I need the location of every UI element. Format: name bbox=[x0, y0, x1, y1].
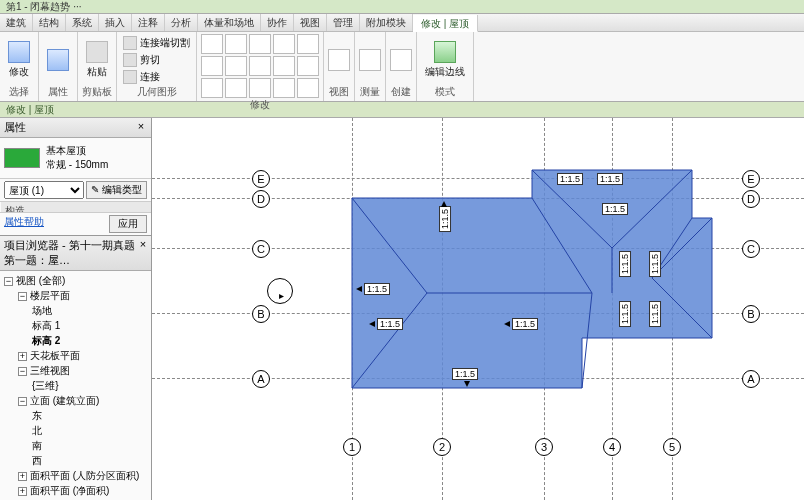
toggle-icon[interactable]: − bbox=[18, 367, 27, 376]
tab-architecture[interactable]: 建筑 bbox=[0, 14, 33, 31]
roof-swatch-icon bbox=[4, 148, 40, 168]
arrow-icon: ▴ bbox=[441, 196, 447, 210]
panel-view: 视图 bbox=[324, 32, 355, 101]
join-button[interactable]: 连接 bbox=[121, 69, 192, 85]
area-plans-node[interactable]: 面积平面 (人防分区面积) bbox=[30, 470, 139, 481]
edit-boundary-label: 编辑边线 bbox=[425, 65, 465, 79]
slope-tag[interactable]: 1:1.5 bbox=[377, 318, 403, 330]
align-icon[interactable] bbox=[201, 34, 223, 54]
properties-grid: 构造 椽截面 垂直截面 封檐板深度 0.0 最大屋脊高度 9080.3 尺寸标注… bbox=[0, 202, 151, 212]
family-name: 基本屋顶 bbox=[46, 144, 108, 158]
extend-icon[interactable] bbox=[273, 78, 295, 98]
drawing-canvas[interactable]: E D C B A E D C B A 1 2 3 4 5 1:1.5 ◂ 1:… bbox=[152, 118, 804, 500]
toggle-icon[interactable]: + bbox=[18, 472, 27, 481]
area-plans2-node[interactable]: 面积平面 (净面积) bbox=[30, 485, 109, 496]
panel-create: 创建 bbox=[386, 32, 417, 101]
create-icon[interactable] bbox=[390, 49, 412, 71]
grid-bubble-5: 5 bbox=[663, 438, 681, 456]
west-node[interactable]: 西 bbox=[4, 453, 147, 468]
copy-icon[interactable] bbox=[249, 34, 271, 54]
site-node[interactable]: 场地 bbox=[4, 303, 147, 318]
slope-tag[interactable]: 1:1.5 bbox=[649, 301, 661, 327]
type-selector[interactable]: 屋顶 (1) bbox=[4, 181, 84, 199]
toggle-icon[interactable]: + bbox=[18, 487, 27, 496]
scale-icon[interactable] bbox=[273, 56, 295, 76]
properties-button[interactable] bbox=[43, 47, 73, 73]
grid-bubble-c: C bbox=[252, 240, 270, 258]
project-browser-tree[interactable]: −视图 (全部) −楼层平面 场地 标高 1 标高 2 +天花板平面 −三维视图… bbox=[0, 271, 151, 500]
ceiling-plans-node[interactable]: 天花板平面 bbox=[30, 350, 80, 361]
east-node[interactable]: 东 bbox=[4, 408, 147, 423]
edit-type-button[interactable]: ✎ 编辑类型 bbox=[86, 181, 147, 199]
3d-node[interactable]: {三维} bbox=[4, 378, 147, 393]
corner-icon[interactable] bbox=[297, 78, 319, 98]
move-icon[interactable] bbox=[225, 34, 247, 54]
slope-tag[interactable]: 1:1.5 bbox=[619, 301, 631, 327]
slope-tag[interactable]: 1:1.5 bbox=[512, 318, 538, 330]
type-thumbnail[interactable]: 基本屋顶 常规 - 150mm bbox=[0, 138, 151, 179]
tab-analyze[interactable]: 分析 bbox=[165, 14, 198, 31]
grid-bubble-d-r: D bbox=[742, 190, 760, 208]
tab-addins[interactable]: 附加模块 bbox=[360, 14, 413, 31]
views-root[interactable]: 视图 (全部) bbox=[16, 275, 65, 286]
rotate-icon[interactable] bbox=[273, 34, 295, 54]
delete-icon[interactable] bbox=[249, 78, 271, 98]
measure-icon[interactable] bbox=[359, 49, 381, 71]
tab-annotate[interactable]: 注释 bbox=[132, 14, 165, 31]
level2-node[interactable]: 标高 2 bbox=[4, 333, 147, 348]
view-icon[interactable] bbox=[328, 49, 350, 71]
ribbon-tabs: 建筑 结构 系统 插入 注释 分析 体量和场地 协作 视图 管理 附加模块 修改… bbox=[0, 14, 804, 32]
split-icon[interactable] bbox=[225, 56, 247, 76]
toggle-icon[interactable]: − bbox=[18, 292, 27, 301]
slope-tag[interactable]: 1:1.5 bbox=[364, 283, 390, 295]
tab-massing[interactable]: 体量和场地 bbox=[198, 14, 261, 31]
tab-modify-roof[interactable]: 修改 | 屋顶 bbox=[413, 15, 478, 32]
panel-measure: 测量 bbox=[355, 32, 386, 101]
paste-button[interactable]: 粘贴 bbox=[82, 39, 112, 81]
offset-icon[interactable] bbox=[201, 78, 223, 98]
grid-bubble-e-r: E bbox=[742, 170, 760, 188]
trim-icon[interactable] bbox=[297, 34, 319, 54]
cut-button[interactable]: 剪切 bbox=[121, 52, 192, 68]
grid-bubble-a-r: A bbox=[742, 370, 760, 388]
panel-create-label: 创建 bbox=[390, 85, 412, 99]
tab-insert[interactable]: 插入 bbox=[99, 14, 132, 31]
apply-button[interactable]: 应用 bbox=[109, 215, 147, 233]
tab-collaborate[interactable]: 协作 bbox=[261, 14, 294, 31]
tab-view[interactable]: 视图 bbox=[294, 14, 327, 31]
north-node[interactable]: 北 bbox=[4, 423, 147, 438]
arrow-icon: ◂ bbox=[369, 316, 375, 330]
3d-views-node[interactable]: 三维视图 bbox=[30, 365, 70, 376]
elevations-node[interactable]: 立面 (建筑立面) bbox=[30, 395, 99, 406]
slope-tag[interactable]: 1:1.5 bbox=[557, 173, 583, 185]
close-icon[interactable]: × bbox=[135, 120, 147, 132]
grid-bubble-3: 3 bbox=[535, 438, 553, 456]
modify-button-label: 修改 bbox=[9, 65, 29, 79]
slope-tag[interactable]: 1:1.5 bbox=[649, 251, 661, 277]
mirror-icon[interactable] bbox=[201, 56, 223, 76]
pin-icon[interactable] bbox=[297, 56, 319, 76]
slope-tag[interactable]: 1:1.5 bbox=[619, 251, 631, 277]
tab-structure[interactable]: 结构 bbox=[33, 14, 66, 31]
edit-boundary-button[interactable]: 编辑边线 bbox=[421, 39, 469, 81]
modify-button[interactable]: 修改 bbox=[4, 39, 34, 81]
tab-manage[interactable]: 管理 bbox=[327, 14, 360, 31]
group-construction[interactable]: 构造 bbox=[1, 202, 151, 212]
cursor-icon bbox=[8, 41, 30, 63]
slope-tag[interactable]: 1:1.5 bbox=[597, 173, 623, 185]
properties-help-link[interactable]: 属性帮助 bbox=[4, 215, 44, 233]
south-node[interactable]: 南 bbox=[4, 438, 147, 453]
slope-tag[interactable]: 1:1.5 bbox=[602, 203, 628, 215]
array-icon[interactable] bbox=[249, 56, 271, 76]
group-icon[interactable] bbox=[225, 78, 247, 98]
browser-title-text: 项目浏览器 - 第十一期真题第一题：屋… bbox=[4, 238, 139, 268]
floor-plans-node[interactable]: 楼层平面 bbox=[30, 290, 70, 301]
tab-systems[interactable]: 系统 bbox=[66, 14, 99, 31]
toggle-icon[interactable]: − bbox=[18, 397, 27, 406]
level1-node[interactable]: 标高 1 bbox=[4, 318, 147, 333]
toggle-icon[interactable]: + bbox=[18, 352, 27, 361]
toggle-icon[interactable]: − bbox=[4, 277, 13, 286]
browser-close-icon[interactable]: × bbox=[139, 238, 147, 250]
connect-cut-button[interactable]: 连接端切割 bbox=[121, 35, 192, 51]
roof-shape[interactable] bbox=[152, 118, 804, 500]
